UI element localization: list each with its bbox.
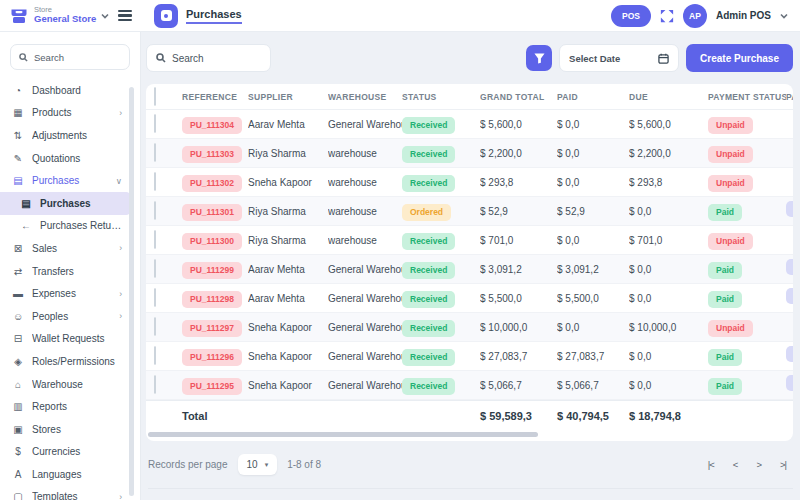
due-cell: $ 293,8 xyxy=(629,177,708,188)
sidebar-item-currencies[interactable]: $Currencies xyxy=(0,441,130,464)
row-checkbox[interactable] xyxy=(154,114,156,133)
sidebar-item-label: Purchases xyxy=(32,175,108,186)
pos-button[interactable]: POS xyxy=(611,5,651,27)
row-checkbox[interactable] xyxy=(154,143,156,162)
sidebar-item-purchases[interactable]: ▤Purchases∨ xyxy=(0,169,130,192)
chevron-icon: › xyxy=(119,243,122,253)
sidebar-item-stores[interactable]: ▣Stores xyxy=(0,418,130,441)
sidebar-item-label: Expenses xyxy=(32,288,111,299)
due-cell: $ 701,0 xyxy=(629,235,708,246)
due-cell: $ 0,0 xyxy=(629,293,708,304)
store-switcher[interactable]: Store General Store xyxy=(0,6,141,26)
reference-badge[interactable]: PU_111301 xyxy=(182,204,242,221)
tab-label: Purchases xyxy=(186,8,242,24)
status-badge: Received xyxy=(402,291,455,308)
table-row: PU_111302Sneha KapoorwarehouseReceived$ … xyxy=(146,168,793,197)
payment-type-badge xyxy=(786,259,793,275)
sidebar-item-label: Currencies xyxy=(32,446,122,457)
languages-icon: A xyxy=(12,469,24,480)
sidebar-item-purchases-returns[interactable]: ←Purchases Returns xyxy=(0,215,130,238)
sidebar-item-adjustments[interactable]: ⇅Adjustments xyxy=(0,124,130,147)
reference-badge[interactable]: PU_111303 xyxy=(182,146,242,163)
sidebar-item-transfers[interactable]: ⇄Transfers xyxy=(0,260,130,283)
sidebar-item-warehouse[interactable]: ⌂Warehouse xyxy=(0,373,130,396)
row-checkbox[interactable] xyxy=(154,346,156,365)
sidebar-item-sales[interactable]: ⊠Sales› xyxy=(0,237,130,260)
status-badge: Received xyxy=(402,349,455,366)
warehouse-cell: General Warehou... xyxy=(328,351,402,362)
sidebar-item-wallet-requests[interactable]: ⊟Wallet Requests xyxy=(0,328,130,351)
expenses-icon: ▬ xyxy=(12,288,24,299)
quotations-icon: ✎ xyxy=(12,153,24,164)
supplier-cell: Riya Sharma xyxy=(248,235,328,246)
payment-status-cell: Unpaid xyxy=(708,317,786,337)
page-size-select[interactable]: 10 ▾ xyxy=(238,454,278,475)
sidebar-item-peoples[interactable]: ☺Peoples› xyxy=(0,305,130,328)
sidebar-item-roles-permissions[interactable]: ◈Roles/Permissions xyxy=(0,350,130,373)
reference-badge[interactable]: PU_111296 xyxy=(182,349,242,366)
payment-status-badge: Paid xyxy=(708,291,742,308)
due-cell: $ 5,600,0 xyxy=(629,119,708,130)
last-page-button[interactable]: >| xyxy=(780,459,786,470)
row-checkbox[interactable] xyxy=(154,201,156,220)
sidebar-scrollbar[interactable] xyxy=(129,87,134,496)
row-checkbox[interactable] xyxy=(154,230,156,249)
row-checkbox[interactable] xyxy=(154,288,156,307)
row-checkbox[interactable] xyxy=(154,375,156,394)
table-search-input[interactable] xyxy=(172,53,261,64)
first-page-button[interactable]: |< xyxy=(708,459,714,470)
table-search[interactable] xyxy=(146,44,271,72)
reference-badge[interactable]: PU_111295 xyxy=(182,378,242,395)
filter-button[interactable] xyxy=(526,45,552,71)
pagination: |<<>>| xyxy=(708,459,786,470)
sidebar-item-expenses[interactable]: ▬Expenses› xyxy=(0,282,130,305)
sidebar-item-templates[interactable]: ▢Templates› xyxy=(0,486,130,500)
checkbox-cell xyxy=(154,115,182,133)
payment-type-badge xyxy=(786,288,793,304)
payment-type-cell xyxy=(786,259,793,279)
reference-badge[interactable]: PU_111302 xyxy=(182,175,242,192)
reference-badge[interactable]: PU_111299 xyxy=(182,262,242,279)
sidebar-search[interactable] xyxy=(10,44,130,70)
tab-purchases[interactable]: Purchases xyxy=(154,4,242,28)
table-body: PU_111304Aarav MehtaGeneral Warehou...Re… xyxy=(146,110,793,400)
sidebar-item-purchases-sub[interactable]: ▤Purchases xyxy=(0,192,130,215)
payment-type-badge xyxy=(786,201,793,217)
sidebar-item-languages[interactable]: ALanguages xyxy=(0,463,130,486)
sidebar-item-dashboard[interactable]: ◔Dashboard xyxy=(0,79,130,102)
sidebar-search-input[interactable] xyxy=(34,52,121,63)
sidebar-toggle-icon[interactable] xyxy=(118,10,132,22)
reference-badge[interactable]: PU_111304 xyxy=(182,117,242,134)
chevron-icon: › xyxy=(119,289,122,299)
reference-badge[interactable]: PU_111300 xyxy=(182,233,242,250)
sidebar-item-label: Adjustments xyxy=(32,130,122,141)
bottom-divider xyxy=(148,488,793,489)
horizontal-scrollbar[interactable] xyxy=(148,432,538,437)
prev-page-button[interactable]: < xyxy=(733,459,738,470)
payment-status-badge: Paid xyxy=(708,378,742,395)
grand-total-cell: $ 27,083,7 xyxy=(480,351,557,362)
grand-total-cell: $ 5,066,7 xyxy=(480,380,557,391)
row-checkbox[interactable] xyxy=(154,259,156,278)
reference-badge[interactable]: PU_111297 xyxy=(182,320,242,337)
warehouse-cell: warehouse xyxy=(328,235,402,246)
dropdown-arrow-icon: ▾ xyxy=(265,461,269,469)
payment-type-badge xyxy=(786,375,793,391)
reference-cell: PU_111304 xyxy=(182,114,248,134)
select-all-checkbox[interactable] xyxy=(154,87,156,106)
sidebar-item-quotations[interactable]: ✎Quotations xyxy=(0,147,130,170)
reference-badge[interactable]: PU_111298 xyxy=(182,291,242,308)
sidebar-item-products[interactable]: ▦Products› xyxy=(0,102,130,125)
create-purchase-button[interactable]: Create Purchase xyxy=(686,44,793,72)
sidebar-item-reports[interactable]: ▥Reports xyxy=(0,395,130,418)
next-page-button[interactable]: > xyxy=(756,459,761,470)
user-menu-chevron-icon[interactable] xyxy=(780,12,788,20)
date-input[interactable] xyxy=(569,53,654,64)
purchases-sub-icon: ▤ xyxy=(20,198,32,209)
row-checkbox[interactable] xyxy=(154,317,156,336)
row-checkbox[interactable] xyxy=(154,172,156,191)
user-avatar[interactable]: AP xyxy=(683,4,707,28)
date-filter[interactable] xyxy=(559,44,679,72)
payment-status-cell: Unpaid xyxy=(708,114,786,134)
fullscreen-icon[interactable] xyxy=(660,9,674,23)
